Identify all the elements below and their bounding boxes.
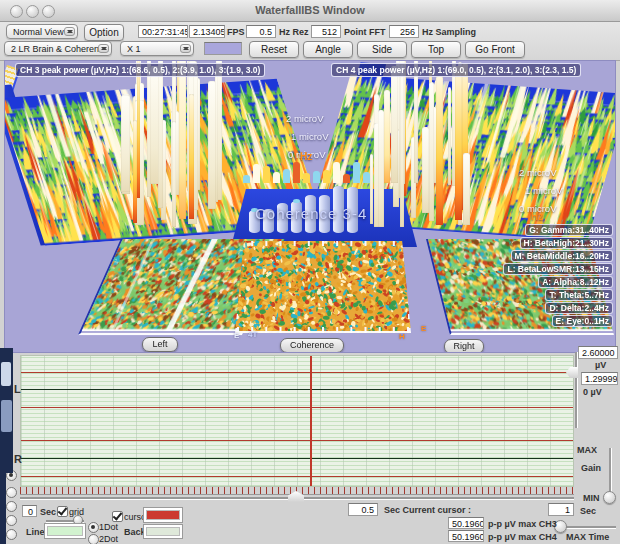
eeg-waveform-plot[interactable] [20,355,574,487]
window-sec-field[interactable]: 1 [548,503,574,516]
ch3-trace [21,389,573,390]
hz-rez-label: Hz Rez [279,27,309,37]
right-plane-button[interactable]: Right [444,339,484,353]
display-mode-radio-2[interactable] [6,487,17,498]
3d-viewport[interactable]: CH 3 peak power (µV,Hz) 1:(68.6, 0.5), 2… [4,60,616,353]
line-color-swatch[interactable] [44,523,86,539]
gain-slider-thumb[interactable] [603,491,616,504]
two-dot-radio[interactable] [88,534,99,544]
legend-eye: E: Eye:0..1Hz [552,315,613,327]
axis-label-2uv-left: 2 microV [286,113,323,124]
hz-axis-label-right: Hz [531,211,543,222]
popup-arrows-icon [64,27,75,36]
current-cursor-field[interactable]: 0.5 [348,503,378,516]
hz-axis-label-left: Hz [300,151,312,162]
axis-label-1uv-left: 1 microV [291,131,328,142]
grid-checkbox[interactable] [57,506,68,517]
one-dot-radio[interactable] [88,522,99,533]
pp-ch3-label: p-p µV max CH3 [488,519,557,529]
time-field[interactable]: 00:27:31:453 [138,25,188,38]
sampling-field[interactable]: 256 [389,25,419,38]
sec-offset-field[interactable]: 0 [22,505,37,517]
axis-label-1uv-right: 1 microV [525,185,562,196]
axis-label-2uv-right: 2 microV [519,167,556,178]
display-mode-radio-5[interactable] [6,529,17,540]
gain-label: Gain [581,463,601,473]
back-color-swatch[interactable] [143,524,183,539]
left-plane-button[interactable]: Left [142,337,178,352]
legend-alpha: A: Alpha:8..12Hz [538,276,613,288]
ch4-upper-bound-line [21,440,573,441]
desktop-icon [1,362,11,386]
background-color-swatch[interactable] [204,42,242,55]
legend-theta: T: Theta:5..7Hz [545,289,613,301]
scale-mid-field[interactable]: 1.29999 [581,372,618,385]
sec-offset-label: Sec [40,507,56,517]
angle-button[interactable]: Angle [303,41,353,58]
coherence-plane-button[interactable]: Coherence [280,338,344,353]
fps-field[interactable]: 2.13405 [189,25,225,38]
ch4-peak-caption: CH 4 peak power (µV,Hz) 1:(69.0, 0.5), 2… [331,63,581,77]
axis-letter-4t: 4T [248,330,257,339]
cursor-line [310,356,312,486]
pp-ch4-label: p-p µV max CH4 [488,532,557,542]
max-time-label: MAX Time [566,532,609,542]
popup-arrows-icon [98,44,109,53]
scale-max-field[interactable]: 2.60000 [578,346,618,359]
legend-beta-low: L: BetaLowSMR:13..15Hz [503,263,613,275]
side-button[interactable]: Side [357,41,407,58]
current-cursor-label: Sec Current cursor : [384,505,471,515]
fft-field[interactable]: 512 [311,25,341,38]
gain-max-label: MAX [577,445,597,455]
one-dot-label: 1Dot [99,522,118,532]
band-legend: G: Gamma:31..40Hz H: BetaHigh:21..30Hz M… [503,224,613,327]
reset-button[interactable]: Reset [249,41,299,58]
pp-ch4-field[interactable]: 50.1960 [448,530,484,542]
ch3-lower-bound-line [21,407,573,408]
coherence-topview-map [235,241,411,333]
title-bar: WaterfallIBS Window [0,0,620,22]
top-button[interactable]: Top [411,41,461,58]
uv-label: µV [595,360,606,370]
legend-delta: D: Delta:2..4Hz [545,302,613,314]
waterfall-ibs-window: WaterfallIBS Window Normal View Option 0… [0,0,620,544]
display-mode-radio-4[interactable] [6,515,17,526]
ch4-lower-bound-line [21,476,573,477]
desktop-icon [1,400,12,432]
pp-ch3-field[interactable]: 50.1960 [448,517,484,529]
view-select[interactable]: Normal View [6,24,78,39]
fps-label: FPS [227,27,245,37]
window-title: WaterfallIBS Window [0,4,620,16]
desktop-background-strip [0,473,6,544]
axis-letter-e: E [234,331,239,340]
mode-select[interactable]: 2 LR Brain & Coherence [4,41,112,56]
toolbar: Normal View Option 00:27:31:453 2.13405 … [0,22,620,61]
legend-gamma: G: Gamma:31..40Hz [525,224,613,236]
cursor-color-swatch[interactable] [143,507,183,523]
left-channel-label: L [14,383,21,395]
popup-arrows-icon [180,44,191,53]
axis-letter-h: H [399,332,405,341]
coherence-title: Coherence 3-4 [255,205,367,222]
axis-letter-e-right: E [421,324,426,333]
sampling-label: Hz Sampling [422,27,476,37]
ch4-trace [21,458,573,459]
ch3-peak-caption: CH 3 peak power (µV,Hz) 1:(68.6, 0.5), 2… [15,63,265,77]
zero-uv-label: 0 µV [583,387,602,397]
option-button[interactable]: Option [84,24,124,41]
fft-label: Point FFT [344,27,386,37]
hz-rez-field[interactable]: 0.5 [246,25,276,38]
ch3-upper-bound-line [21,372,573,373]
legend-beta-high: H: BetaHigh:21..30Hz [520,237,614,249]
legend-beta-middle: M: BetaMiddle:16..20Hz [511,250,613,262]
display-mode-radio-3[interactable] [6,501,17,512]
gain-min-label: MIN [583,493,600,503]
right-channel-label: R [14,453,22,465]
window-sec-label: Sec [580,506,596,516]
two-dot-label: 2Dot [99,534,118,544]
go-front-button[interactable]: Go Front [465,41,525,58]
line-label: Line [26,527,45,537]
zoom-select[interactable]: X 1 [120,41,194,56]
scale-slider-track[interactable] [575,352,578,428]
cursor-checkbox[interactable] [112,511,123,522]
